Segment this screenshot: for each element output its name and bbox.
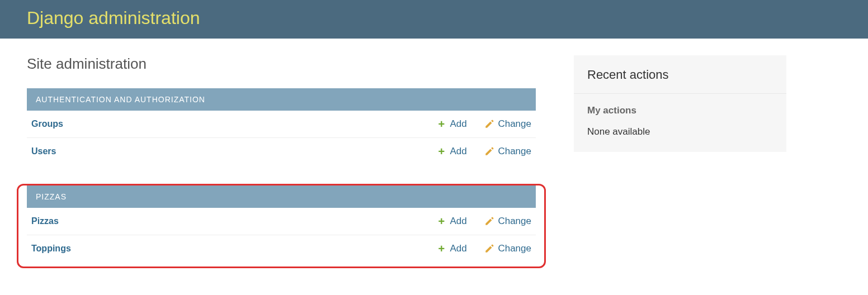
change-link[interactable]: Change [484,118,531,130]
add-link[interactable]: +Add [436,243,470,254]
change-label: Change [498,146,531,157]
model-link[interactable]: Users [31,146,422,156]
pencil-icon [484,119,494,129]
plus-icon: + [436,244,446,254]
add-link[interactable]: +Add [436,216,470,227]
app-module: AUTHENTICATION AND AUTHORIZATIONGroups+A… [27,88,536,165]
add-label: Add [450,118,466,130]
change-link[interactable]: Change [484,146,531,157]
change-label: Change [498,216,531,227]
recent-actions-heading: Recent actions [574,55,786,94]
pencil-icon [484,216,494,226]
branding-title[interactable]: Django administration [27,8,841,28]
model-row: Users+AddChange [27,138,536,165]
add-label: Add [450,146,466,157]
add-link[interactable]: +Add [436,146,470,157]
recent-actions-panel: Recent actions My actions None available [574,55,786,152]
model-row: Groups+AddChange [27,111,536,138]
page-title: Site administration [27,55,536,73]
app-caption[interactable]: AUTHENTICATION AND AUTHORIZATION [27,88,536,111]
add-label: Add [450,243,466,254]
app-module: PIZZASPizzas+AddChangeToppings+AddChange [17,184,546,268]
app-caption[interactable]: PIZZAS [27,185,536,208]
no-actions-text: None available [574,122,786,152]
plus-icon: + [436,216,446,226]
change-label: Change [498,118,531,130]
plus-icon: + [436,146,446,156]
model-row: Pizzas+AddChange [27,208,536,235]
add-link[interactable]: +Add [436,118,470,130]
header-bar: Django administration [0,0,868,39]
plus-icon: + [436,119,446,129]
change-label: Change [498,243,531,254]
add-label: Add [450,216,466,227]
my-actions-heading: My actions [574,94,786,122]
pencil-icon [484,244,494,254]
model-link[interactable]: Pizzas [31,216,422,226]
pencil-icon [484,146,494,156]
model-link[interactable]: Toppings [31,244,422,254]
page-body: Site administration AUTHENTICATION AND A… [0,39,868,295]
model-link[interactable]: Groups [31,119,422,129]
change-link[interactable]: Change [484,243,531,254]
change-link[interactable]: Change [484,216,531,227]
model-row: Toppings+AddChange [27,235,536,262]
main-column: Site administration AUTHENTICATION AND A… [27,55,536,287]
